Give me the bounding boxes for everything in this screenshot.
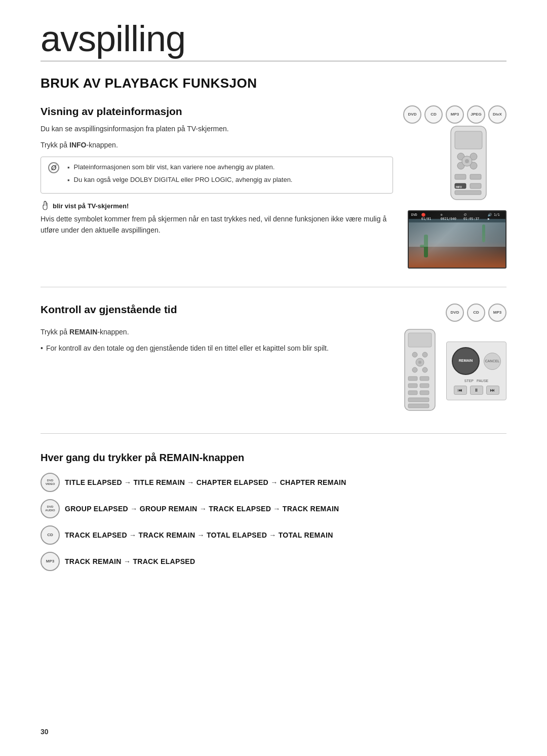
svg-rect-1 (455, 131, 482, 149)
svg-rect-12 (470, 183, 481, 188)
svg-rect-15 (408, 333, 432, 347)
disc-icon-cd: CD (424, 105, 443, 124)
disc-icon-dvd-2: DVD (446, 304, 464, 322)
flow-text-3: TRACK ELAPSED → TRACK REMAIN → TOTAL ELA… (65, 531, 333, 539)
svg-rect-13 (455, 191, 481, 195)
transport-controls: ⏮ ⏸ ⏭ (454, 386, 499, 395)
section-divider-1 (41, 287, 506, 287)
svg-point-20 (412, 367, 417, 372)
disc-icon-cd-2: CD (467, 304, 485, 322)
flow-text-4: TRACK REMAIN → TRACK ELAPSED (65, 557, 195, 565)
page-title-section: avspilling (41, 20, 506, 61)
remote-svg-1: INFO (446, 124, 506, 202)
arrow-1b: → (187, 478, 194, 486)
disc-icons-row-2: DVD CD MP3 (446, 304, 506, 322)
svg-rect-27 (420, 391, 429, 395)
svg-rect-26 (408, 391, 417, 395)
page-title: avspilling (41, 20, 506, 57)
hand-icon (41, 201, 50, 211)
svg-point-17 (422, 352, 427, 357)
svg-rect-23 (420, 376, 429, 381)
remain-bold: REMAIN (69, 328, 97, 336)
next-button[interactable]: ⏭ (486, 386, 499, 395)
pause-label: PAUSE (477, 379, 488, 383)
flow-text-1: TITLE ELAPSED → TITLE REMAIN → CHAPTER E… (65, 478, 346, 486)
section-divider-2 (41, 433, 506, 434)
flow-row-3: CD TRACK ELAPSED → TRACK REMAIN → TOTAL … (41, 525, 506, 545)
section-kontroll: Kontroll av gjenstående tid DVD CD MP3 T… (41, 304, 506, 415)
svg-point-16 (412, 352, 417, 357)
arrow-2b: → (200, 505, 207, 513)
svg-point-19 (418, 361, 421, 364)
section2-instruction: Trykk på REMAIN-knappen. (41, 327, 392, 338)
disc-icons-row-1: DVD CD MP3 JPEG DivX (403, 105, 506, 124)
flow-row-1: DVDVIDEO TITLE ELAPSED → TITLE REMAIN → … (41, 473, 506, 492)
svg-rect-28 (408, 398, 429, 402)
note-box: Ø Plateinformasjonen som blir vist, kan … (41, 157, 393, 194)
arrow-2c: → (273, 505, 280, 513)
hand-note: blir vist på TV-skjermen! Hvis dette sym… (41, 201, 393, 236)
section1-heading: Visning av plateinformasjon (41, 105, 182, 118)
remote-small (402, 327, 440, 415)
section-remain: Hver gang du trykker på REMAIN-knappen D… (41, 452, 506, 571)
section3-heading: Hver gang du trykker på REMAIN-knappen (41, 452, 506, 464)
flow-text-2: GROUP ELAPSED → GROUP REMAIN → TRACK ELA… (65, 505, 339, 513)
section1-text: Du kan se avspillingsinformasjon fra pla… (41, 124, 393, 241)
disc-mp3: MP3 (41, 552, 60, 571)
page-number: 30 (41, 728, 49, 736)
disc-icon-jpeg: JPEG (467, 105, 485, 124)
flow-row-4: MP3 TRACK REMAIN → TRACK ELAPSED (41, 552, 506, 571)
remote-svg-small (402, 327, 440, 413)
hand-note-title: blir vist på TV-skjermen! (41, 201, 393, 211)
hand-note-body: Hvis dette symbolet kommer frem på skjer… (41, 214, 393, 236)
svg-point-7 (465, 159, 469, 163)
tv-screen-1: DVD 🔴 01/01 ⊙ 0021/040 ⏱ 01:05:37 🔊 1/1 … (408, 210, 506, 269)
main-heading: BRUK AV PLAYBACK FUNKSJON (41, 75, 506, 91)
section2-images: REMAIN CANCEL STEP PAUSE ⏮ ⏸ ⏭ (402, 327, 506, 415)
disc-icon-divx: DivX (488, 105, 506, 124)
svg-rect-8 (455, 174, 466, 179)
step-label: STEP (464, 379, 474, 383)
remain-button-highlighted[interactable]: REMAIN (452, 347, 480, 375)
flow-row-2: DVDAUDIO GROUP ELAPSED → GROUP REMAIN → … (41, 499, 506, 518)
disc-dvd-video: DVDVIDEO (41, 473, 60, 492)
svg-rect-22 (408, 376, 417, 381)
hand-note-bold-title: blir vist på TV-skjermen! (53, 202, 129, 210)
arrow-1c: → (270, 478, 278, 486)
arrow-2a: → (130, 505, 137, 513)
note-bullet-1: Plateinformasjonen som blir vist, kan va… (67, 162, 292, 173)
arrow-3c: → (269, 531, 276, 539)
disc-cd: CD (41, 525, 60, 545)
note-icon: Ø (48, 162, 59, 173)
disc-icon-dvd: DVD (403, 105, 421, 124)
arrow-1a: → (124, 478, 131, 486)
svg-point-21 (422, 367, 427, 372)
svg-rect-9 (470, 174, 481, 179)
section1-body: Du kan se avspillingsinformasjon fra pla… (41, 124, 393, 135)
arrow-3b: → (198, 531, 205, 539)
disc-icon-mp3: MP3 (446, 105, 464, 124)
playback-controls: STEP PAUSE (464, 379, 489, 383)
section1-images: INFO DVD 🔴 01/01 ⊙ 0021/040 ⏱ 01:05:37 🔊… (405, 124, 506, 269)
section2-text: Trykk på REMAIN-knappen. • For kontroll … (41, 327, 392, 359)
section-visning: Visning av plateinformasjon DVD CD MP3 J… (41, 105, 506, 269)
remote-illustration-1: INFO (446, 124, 506, 204)
remain-btn-row: REMAIN CANCEL (452, 347, 501, 375)
disc-dvd-audio: DVDAUDIO (41, 499, 60, 518)
arrow-3a: → (129, 531, 136, 539)
pause-button[interactable]: ⏸ (470, 386, 483, 395)
svg-text:INFO: INFO (456, 185, 462, 188)
note-bullet-2: Du kan også velge DOLBY DIGITAL eller PR… (67, 175, 292, 185)
section1-instruction: Trykk på INFO-knappen. (41, 140, 393, 151)
svg-rect-29 (408, 404, 429, 408)
prev-button[interactable]: ⏮ (454, 386, 467, 395)
disc-icon-mp3-2: MP3 (488, 304, 506, 322)
tv-screen-inner-1: DVD 🔴 01/01 ⊙ 0021/040 ⏱ 01:05:37 🔊 1/1 … (409, 211, 505, 268)
sky (409, 219, 505, 247)
cancel-button[interactable]: CANCEL (484, 353, 501, 370)
arrow-4a: → (124, 557, 131, 565)
info-bold: INFO (69, 141, 86, 149)
svg-rect-24 (408, 384, 417, 388)
section2-heading: Kontroll av gjenstående tid (41, 304, 177, 316)
section2-content: Trykk på REMAIN-knappen. • For kontroll … (41, 327, 506, 415)
